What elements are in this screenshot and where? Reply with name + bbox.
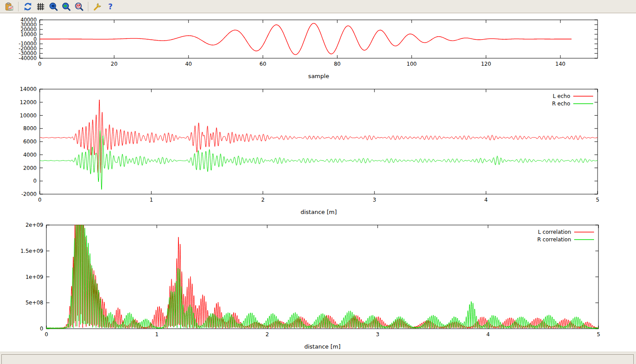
y-tick-label: 2000: [23, 165, 37, 171]
plots-svg: 020406080100120140-40000-30000-20000-100…: [0, 14, 636, 352]
y-tick-label: 14000: [20, 86, 37, 92]
x-tick-label: 0: [38, 197, 42, 203]
x-tick-label: 4: [486, 331, 490, 338]
y-tick-label: 4000: [23, 152, 37, 158]
x-tick-label: 1: [150, 197, 153, 203]
grid-toggle-button[interactable]: [34, 1, 46, 12]
zoom-previous-icon: [49, 2, 58, 11]
x-tick-label: 5: [597, 331, 600, 338]
x-tick-label: 2: [265, 331, 269, 338]
grid-icon: [36, 2, 45, 11]
series-pulse: [40, 23, 572, 55]
x-tick-label: 5: [596, 197, 599, 203]
echo-plot: 012345-200002000400060008000100001200014…: [20, 86, 599, 215]
x-tick-label: 3: [373, 197, 376, 203]
y-tick-label: 8000: [23, 125, 37, 131]
legend-label: L correlation: [538, 229, 571, 235]
status-message: [1, 354, 634, 364]
series-R-correlation: [46, 225, 598, 329]
x-axis-label: sample: [308, 73, 329, 79]
help-button[interactable]: ?: [104, 1, 116, 12]
zoom-next-icon: [62, 2, 71, 11]
copy-to-clipboard-icon: [5, 2, 14, 11]
correlation-plot: 01234505e+081e+091.5e+092e+09distance [m…: [20, 222, 600, 350]
legend-label: L echo: [553, 93, 570, 99]
autoscale-icon: [75, 2, 83, 11]
x-tick-label: 100: [407, 61, 417, 67]
help-icon: ?: [106, 2, 115, 11]
plot-frame: [40, 89, 598, 194]
y-tick-label: 5e+08: [26, 300, 43, 306]
zoom-next-button[interactable]: [60, 1, 72, 12]
copy-to-clipboard-button[interactable]: [3, 1, 15, 12]
x-tick-label: 1: [155, 331, 159, 338]
plot-frame: [46, 225, 598, 329]
y-tick-label: 6000: [23, 139, 37, 145]
x-tick-label: 60: [260, 61, 266, 67]
y-tick-label: 1.5e+09: [20, 248, 43, 254]
y-tick-label: 2e+09: [26, 222, 43, 228]
y-tick-label: 10000: [20, 113, 37, 119]
toolbar: ?: [0, 0, 636, 13]
autoscale-button[interactable]: [73, 1, 85, 12]
x-tick-label: 2: [261, 197, 265, 203]
configure-icon: [93, 2, 102, 11]
x-tick-label: 120: [481, 61, 491, 67]
configure-button[interactable]: [91, 1, 103, 12]
x-axis-label: distance [m]: [300, 209, 337, 215]
toolbar-separator: [18, 2, 19, 11]
x-tick-label: 40: [185, 61, 192, 67]
plot-canvas[interactable]: 020406080100120140-40000-30000-20000-100…: [0, 14, 636, 352]
y-tick-label: 1e+09: [26, 274, 43, 280]
x-axis-label: distance [m]: [304, 343, 341, 350]
y-tick-label: 12000: [20, 99, 37, 105]
toolbar-separator: [88, 2, 88, 11]
x-tick-label: 0: [45, 331, 48, 338]
replot-icon: [23, 2, 32, 11]
pulse-plot: 020406080100120140-40000-30000-20000-100…: [19, 17, 598, 79]
svg-text:?: ?: [108, 2, 113, 11]
y-tick-label: 0: [40, 326, 43, 332]
zoom-previous-button[interactable]: [47, 1, 59, 12]
replot-button[interactable]: [22, 1, 34, 12]
y-tick-label: -2000: [21, 191, 37, 197]
series-L-correlation: [46, 225, 598, 329]
status-bar: [0, 352, 636, 364]
x-tick-label: 3: [376, 331, 379, 338]
x-tick-label: 0: [38, 61, 42, 67]
x-tick-label: 20: [111, 61, 117, 67]
x-tick-label: 140: [555, 61, 565, 67]
y-tick-label: 40000: [20, 17, 37, 23]
legend-label: R echo: [552, 101, 570, 107]
x-tick-label: 80: [334, 61, 341, 67]
y-tick-label: 0: [33, 178, 37, 184]
x-tick-label: 4: [485, 197, 488, 203]
legend-label: R correlation: [537, 236, 571, 243]
